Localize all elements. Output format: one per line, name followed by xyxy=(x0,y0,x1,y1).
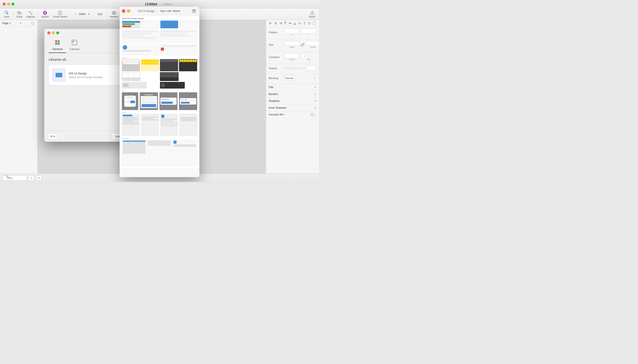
align-top-button[interactable] xyxy=(283,21,288,26)
align-extra-button[interactable] xyxy=(312,21,316,26)
search-icon: 🔍 xyxy=(6,175,9,178)
distribute-h-button[interactable] xyxy=(298,21,302,26)
tab-general[interactable]: General xyxy=(49,37,66,53)
canvas-tab-icon xyxy=(71,38,79,46)
share-button[interactable] xyxy=(191,8,197,14)
svg-rect-63 xyxy=(73,41,74,42)
dialog-minimize-button[interactable] xyxy=(52,32,55,34)
shadows-section-header[interactable]: Shadows + xyxy=(266,98,319,104)
svg-rect-58 xyxy=(55,40,57,42)
sidebar-page-action-btn[interactable] xyxy=(30,21,35,26)
edit-button[interactable]: Edit xyxy=(95,12,105,16)
svg-rect-43 xyxy=(290,22,291,24)
close-button[interactable] xyxy=(3,3,6,6)
search-container: 🔍 xyxy=(2,176,27,180)
dialog-maximize-button[interactable] xyxy=(56,32,59,34)
open-with-sketch-button[interactable]: Open with Sketch xyxy=(157,9,183,14)
library-item-thumbnail xyxy=(52,68,66,82)
width-input[interactable] xyxy=(284,41,300,46)
lock-proportions-icon[interactable]: 🔗 xyxy=(301,43,304,46)
insert-button[interactable]: Insert xyxy=(2,10,12,19)
gaussian-arrows[interactable]: ⌃ xyxy=(285,113,287,116)
height-input[interactable] xyxy=(305,41,319,46)
blending-select[interactable]: Normal xyxy=(284,76,294,80)
intersect-label: Intersect xyxy=(110,16,118,18)
minimize-button[interactable] xyxy=(7,3,10,6)
svg-rect-28 xyxy=(32,22,34,24)
intersect-button[interactable]: Intersect xyxy=(108,10,120,19)
export-button[interactable]: Export xyxy=(307,10,317,19)
create-symbol-button[interactable]: Create Symbol xyxy=(51,10,69,19)
borders-section-header[interactable]: Borders + xyxy=(266,91,319,98)
title-dropdown-arrow[interactable]: ▾ xyxy=(173,3,174,5)
maximize-button[interactable] xyxy=(12,3,15,6)
rotate-input[interactable] xyxy=(284,53,300,58)
edit-label: Edit xyxy=(98,12,103,16)
zoom-controls: − 100% + xyxy=(72,11,92,17)
dialog-gear-button[interactable]: ⚙ ▾ xyxy=(48,133,57,140)
svg-rect-61 xyxy=(58,43,60,45)
zoom-level: 100% xyxy=(78,12,86,16)
position-section: Position X Y xyxy=(266,27,319,39)
align-center-v-button[interactable] xyxy=(288,21,292,26)
zoom-in-button[interactable]: + xyxy=(87,12,91,16)
opacity-slider[interactable] xyxy=(284,68,305,69)
svg-rect-55 xyxy=(308,24,309,24)
svg-rect-51 xyxy=(304,24,305,24)
preview-waveform-light xyxy=(122,82,147,88)
svg-rect-34 xyxy=(275,24,277,24)
borders-add-button[interactable]: + xyxy=(314,92,316,96)
size-label: Size xyxy=(269,44,284,46)
svg-rect-44 xyxy=(294,24,296,24)
page-name: Page 1 xyxy=(2,22,11,25)
preview-modal-section: Alerts xyxy=(122,90,197,110)
align-center-h-button[interactable] xyxy=(274,21,278,26)
x-input[interactable] xyxy=(284,28,300,34)
opacity-input[interactable] xyxy=(307,66,316,71)
svg-rect-33 xyxy=(275,22,277,23)
preview-settings-section: Settings xyxy=(122,112,197,136)
preview-content[interactable]: Sketch iOS UI Design Template xyxy=(120,16,199,177)
edit-layer-button[interactable]: ✏ xyxy=(36,176,42,180)
preview-minimize-button[interactable] xyxy=(127,10,130,12)
flip-h-button[interactable]: ↔ xyxy=(302,53,308,58)
svg-rect-30 xyxy=(270,22,272,23)
align-right-button[interactable] xyxy=(278,21,283,26)
y-input[interactable] xyxy=(301,28,316,34)
svg-rect-41 xyxy=(289,23,292,24)
insert-label: Insert xyxy=(4,16,9,18)
zoom-out-button[interactable]: − xyxy=(73,12,78,16)
symbol-icon: S xyxy=(43,10,48,15)
dialog-close-button[interactable] xyxy=(48,32,50,34)
shadows-add-button[interactable]: + xyxy=(314,99,316,103)
title-text: Untitled xyxy=(145,2,157,6)
gaussian-blur-toggle[interactable] xyxy=(310,113,316,116)
toolbar-sep-1 xyxy=(13,11,13,18)
inner-shadows-add-button[interactable]: + xyxy=(314,106,316,110)
svg-rect-62 xyxy=(72,40,77,45)
svg-rect-40 xyxy=(286,22,286,24)
distribute-v-button[interactable] xyxy=(302,21,307,26)
svg-rect-37 xyxy=(280,24,281,24)
preview-close-button[interactable] xyxy=(122,9,125,13)
page-dropdown-arrow[interactable]: ▾ xyxy=(20,22,21,24)
insert-icon xyxy=(4,10,9,15)
tidy-button[interactable] xyxy=(307,21,312,26)
symbol-button[interactable]: S Symbol xyxy=(40,10,50,19)
group-button[interactable]: Group xyxy=(15,10,24,19)
align-left-button[interactable] xyxy=(269,21,273,26)
tab-canvas-label: Canvas xyxy=(70,48,79,51)
svg-rect-57 xyxy=(313,22,315,24)
preview-toolbar: iOS UI Design Open with Sketch xyxy=(120,7,199,16)
align-bottom-button[interactable] xyxy=(293,21,297,26)
gaussian-blur-label: Gaussian Blur ⌃ xyxy=(269,113,287,116)
fills-add-button[interactable]: + xyxy=(314,86,316,89)
inner-shadows-section-header[interactable]: Inner Shadows + xyxy=(266,104,319,111)
ungroup-button[interactable]: Ungroup xyxy=(25,10,37,19)
flip-v-button[interactable]: ↕ xyxy=(309,53,315,58)
tab-canvas[interactable]: Canvas xyxy=(66,37,83,53)
gaussian-blur-row: Gaussian Blur ⌃ xyxy=(266,111,319,118)
svg-rect-36 xyxy=(279,22,281,23)
fills-section-header[interactable]: Fills + xyxy=(266,84,319,91)
add-layer-button[interactable]: + xyxy=(28,176,34,180)
